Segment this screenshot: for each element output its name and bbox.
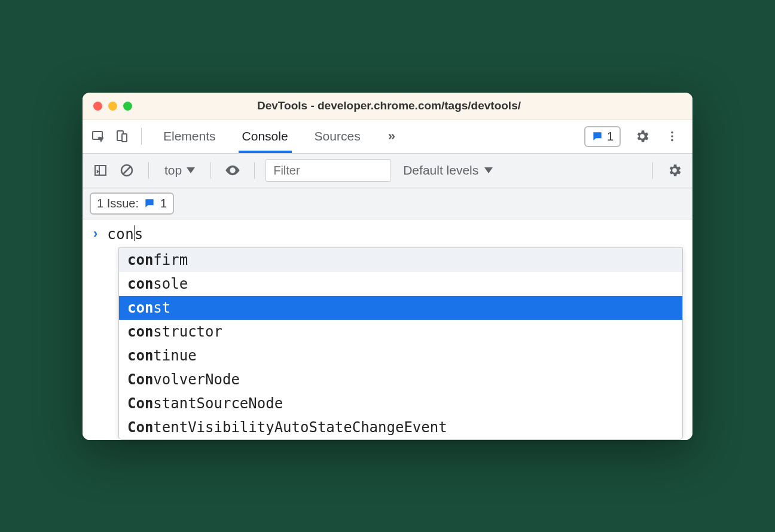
console-settings-button[interactable]: [664, 160, 685, 181]
autocomplete-item[interactable]: console: [119, 272, 682, 296]
inspect-element-icon[interactable]: [87, 126, 109, 147]
tab-console[interactable]: Console: [229, 120, 301, 153]
chevron-down-icon: [484, 167, 493, 173]
console-input[interactable]: cons: [107, 225, 143, 243]
divider: [210, 162, 211, 179]
issue-chip-count: 1: [160, 197, 167, 210]
autocomplete-popup: confirmconsoleconstconstructorcontinueCo…: [118, 247, 683, 440]
message-icon: [591, 130, 603, 142]
console-prompt-row: › cons: [83, 219, 692, 245]
execution-context-selector[interactable]: top: [160, 163, 200, 178]
svg-point-3: [671, 132, 673, 134]
autocomplete-item[interactable]: constructor: [119, 320, 682, 344]
divider: [148, 162, 149, 179]
autocomplete-item[interactable]: ConstantSourceNode: [119, 392, 682, 415]
levels-label: Default levels: [403, 163, 478, 178]
chevron-down-icon: [187, 167, 195, 173]
devtools-window: DevTools - developer.chrome.com/tags/dev…: [83, 93, 692, 440]
traffic-lights: [93, 102, 132, 111]
clear-console-button[interactable]: [116, 160, 138, 181]
window-title: DevTools - developer.chrome.com/tags/dev…: [132, 99, 646, 112]
prompt-caret-icon: ›: [93, 226, 97, 241]
divider: [254, 162, 255, 179]
console-toolbar: top Default levels: [83, 154, 692, 188]
issues-counter-button[interactable]: 1: [584, 126, 621, 147]
more-tabs-button[interactable]: »: [376, 129, 407, 144]
live-expression-button[interactable]: [222, 160, 243, 181]
clear-icon: [120, 163, 134, 178]
svg-point-4: [671, 135, 673, 137]
autocomplete-item[interactable]: const: [119, 296, 682, 320]
autocomplete-item[interactable]: continue: [119, 344, 682, 368]
svg-rect-2: [122, 134, 127, 142]
autocomplete-item[interactable]: ConvolverNode: [119, 368, 682, 392]
issues-chip[interactable]: 1 Issue: 1: [90, 192, 174, 215]
autocomplete-item[interactable]: confirm: [119, 248, 682, 272]
toggle-console-sidebar-icon[interactable]: [90, 160, 111, 181]
message-icon: [144, 197, 155, 209]
filter-input[interactable]: [266, 159, 391, 182]
divider: [141, 128, 142, 145]
settings-button[interactable]: [631, 126, 653, 147]
tab-elements[interactable]: Elements: [150, 120, 229, 153]
kebab-icon: [666, 130, 679, 143]
console-body: › cons confirmconsoleconstconstructorcon…: [83, 219, 692, 440]
context-label: top: [164, 163, 182, 178]
divider: [652, 162, 653, 179]
eye-icon: [224, 162, 241, 179]
issues-count: 1: [607, 130, 614, 143]
tab-sources[interactable]: Sources: [301, 120, 374, 153]
minimize-window-button[interactable]: [108, 102, 117, 111]
issue-filter-bar: 1 Issue: 1: [83, 188, 692, 219]
window-titlebar: DevTools - developer.chrome.com/tags/dev…: [83, 93, 692, 120]
main-toolbar: Elements Console Sources » 1: [83, 120, 692, 154]
maximize-window-button[interactable]: [123, 102, 132, 111]
issue-chip-label: 1 Issue:: [97, 197, 139, 210]
gear-icon: [634, 129, 650, 144]
autocomplete-item[interactable]: ContentVisibilityAutoStateChangeEvent: [119, 415, 682, 439]
panel-tabs: Elements Console Sources: [150, 120, 374, 153]
svg-point-5: [671, 139, 673, 142]
gear-icon: [667, 163, 682, 178]
log-levels-selector[interactable]: Default levels: [396, 163, 500, 178]
svg-rect-6: [95, 166, 106, 175]
device-toggle-icon[interactable]: [111, 126, 133, 147]
more-options-button[interactable]: [661, 126, 683, 147]
close-window-button[interactable]: [93, 102, 102, 111]
